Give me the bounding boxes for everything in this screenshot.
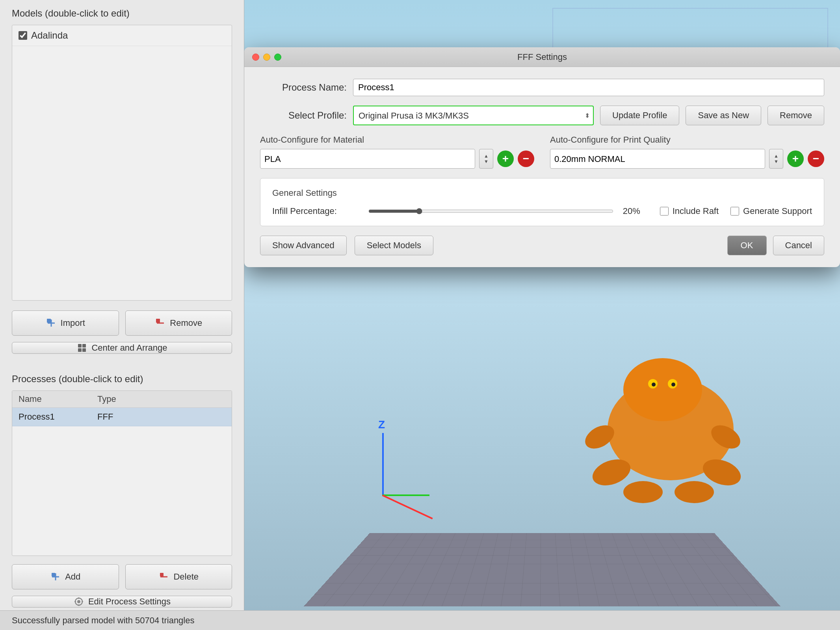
- cancel-button[interactable]: Cancel: [773, 236, 824, 255]
- svg-rect-17: [78, 604, 79, 606]
- quality-group: Auto-Configure for Print Quality 0.20mm …: [550, 135, 824, 169]
- remove-model-icon: [155, 318, 166, 329]
- table-row[interactable]: Process1 FFF: [12, 408, 232, 426]
- edit-process-settings-button[interactable]: Edit Process Settings: [12, 596, 232, 608]
- import-icon: [46, 318, 57, 329]
- quality-spinner[interactable]: ▲ ▼: [769, 149, 783, 169]
- quality-add-button[interactable]: +: [787, 151, 804, 167]
- processes-list: Name Type Process1 FFF: [12, 390, 232, 556]
- generate-support-item[interactable]: Generate Support: [730, 206, 812, 216]
- dialog-action-row: Show Advanced Select Models OK Cancel: [260, 236, 824, 255]
- include-raft-label: Include Raft: [673, 206, 719, 216]
- process-name-input[interactable]: [353, 79, 824, 96]
- process-type-cell: FFF: [97, 412, 113, 422]
- import-button[interactable]: Import: [12, 310, 119, 336]
- show-advanced-button[interactable]: Show Advanced: [260, 236, 347, 255]
- include-raft-checkbox[interactable]: [660, 207, 669, 216]
- select-models-button[interactable]: Select Models: [355, 236, 433, 255]
- models-panel-title: Models (double-click to edit): [0, 0, 244, 23]
- svg-rect-7: [78, 348, 82, 352]
- remove-profile-button[interactable]: Remove: [768, 106, 824, 125]
- center-arrange-button[interactable]: Center and Arrange: [12, 342, 232, 354]
- material-select-wrap: PLA ABS PETG ▲ ▼ + −: [260, 149, 534, 169]
- svg-rect-6: [82, 344, 86, 348]
- app-window: Models (double-click to edit) Adalinda: [0, 0, 840, 630]
- quality-remove-button[interactable]: −: [808, 151, 824, 167]
- profile-dropdown[interactable]: Original Prusa i3 MK3/MK3S: [353, 106, 594, 125]
- svg-rect-3: [156, 319, 160, 323]
- infill-label: Infill Percentage:: [272, 206, 359, 216]
- general-settings-title: General Settings: [272, 188, 812, 198]
- status-text: Successfully parsed model with 50704 tri…: [12, 615, 194, 626]
- auto-configure-row: Auto-Configure for Material PLA ABS PETG…: [260, 135, 824, 169]
- import-remove-row: Import Remove: [12, 310, 232, 336]
- dialog-title: FFF Settings: [517, 52, 567, 62]
- delete-process-button[interactable]: Delete: [125, 564, 232, 589]
- processes-table-header: Name Type: [12, 391, 232, 408]
- generate-support-checkbox[interactable]: [730, 207, 739, 216]
- svg-rect-18: [74, 601, 76, 602]
- ok-button[interactable]: OK: [727, 236, 767, 255]
- svg-rect-0: [47, 319, 51, 323]
- processes-panel: Processes (double-click to edit) Name Ty…: [0, 366, 244, 558]
- quality-select[interactable]: 0.20mm NORMAL 0.15mm QUALITY 0.10mm DETA…: [550, 149, 765, 169]
- import-label: Import: [61, 318, 85, 328]
- infill-value: 20%: [623, 206, 650, 216]
- material-remove-button[interactable]: −: [518, 151, 534, 167]
- col-name-header: Name: [19, 394, 97, 404]
- right-actions: OK Cancel: [727, 236, 824, 255]
- svg-rect-16: [78, 597, 79, 599]
- edit-settings-icon: [73, 596, 84, 607]
- material-select[interactable]: PLA ABS PETG: [260, 149, 475, 169]
- models-panel: Models (double-click to edit) Adalinda: [0, 0, 244, 303]
- include-raft-item[interactable]: Include Raft: [660, 206, 719, 216]
- checkbox-group: Include Raft Generate Support: [660, 206, 812, 216]
- add-process-button[interactable]: Add: [12, 564, 119, 589]
- material-add-button[interactable]: +: [497, 151, 514, 167]
- left-actions: Show Advanced Select Models: [260, 236, 433, 255]
- general-settings-section: General Settings Infill Percentage: 20% …: [260, 178, 824, 226]
- col-type-header: Type: [97, 394, 116, 404]
- arrange-icon: [76, 342, 87, 353]
- traffic-lights: [252, 54, 281, 61]
- add-label: Add: [65, 572, 80, 582]
- svg-rect-8: [82, 348, 86, 352]
- quality-select-wrap: 0.20mm NORMAL 0.15mm QUALITY 0.10mm DETA…: [550, 149, 824, 169]
- svg-rect-9: [52, 573, 55, 576]
- profile-dropdown-wrap: Original Prusa i3 MK3/MK3S ⬍: [353, 106, 594, 125]
- svg-rect-5: [78, 344, 82, 348]
- infill-row: Infill Percentage: 20% Include Raft: [272, 206, 812, 216]
- process-name-row: Process Name:: [260, 79, 824, 96]
- select-profile-row: Select Profile: Original Prusa i3 MK3/MK…: [260, 106, 824, 125]
- svg-point-15: [77, 600, 80, 603]
- sidebar: Models (double-click to edit) Adalinda: [0, 0, 244, 630]
- delete-icon: [158, 571, 169, 582]
- material-spinner[interactable]: ▲ ▼: [479, 149, 493, 169]
- minimize-button[interactable]: [263, 54, 270, 61]
- remove-model-button[interactable]: Remove: [125, 310, 232, 336]
- viewport: Z FFF Settings: [244, 0, 840, 630]
- delete-label: Delete: [173, 572, 199, 582]
- close-button[interactable]: [252, 54, 259, 61]
- model-name: Adalinda: [31, 30, 68, 41]
- dialog-titlebar: FFF Settings: [244, 47, 840, 67]
- list-item[interactable]: Adalinda: [12, 25, 232, 46]
- fff-settings-dialog: FFF Settings Process Name: Select Profil…: [244, 47, 840, 267]
- model-checkbox[interactable]: [19, 31, 27, 40]
- dialog-content: Process Name: Select Profile: Original P…: [244, 67, 840, 267]
- infill-slider[interactable]: [368, 210, 613, 213]
- material-label: Auto-Configure for Material: [260, 135, 534, 145]
- dialog-overlay: FFF Settings Process Name: Select Profil…: [244, 0, 840, 630]
- svg-rect-12: [160, 573, 164, 576]
- generate-support-label: Generate Support: [743, 206, 812, 216]
- processes-panel-title: Processes (double-click to edit): [0, 366, 244, 388]
- update-profile-button[interactable]: Update Profile: [600, 106, 679, 125]
- maximize-button[interactable]: [274, 54, 281, 61]
- edit-process-label: Edit Process Settings: [88, 597, 171, 607]
- center-arrange-label: Center and Arrange: [91, 343, 167, 353]
- material-group: Auto-Configure for Material PLA ABS PETG…: [260, 135, 534, 169]
- save-as-new-button[interactable]: Save as New: [686, 106, 761, 125]
- process-name-label: Process Name:: [260, 82, 347, 93]
- add-icon: [50, 571, 61, 582]
- svg-rect-19: [82, 601, 83, 602]
